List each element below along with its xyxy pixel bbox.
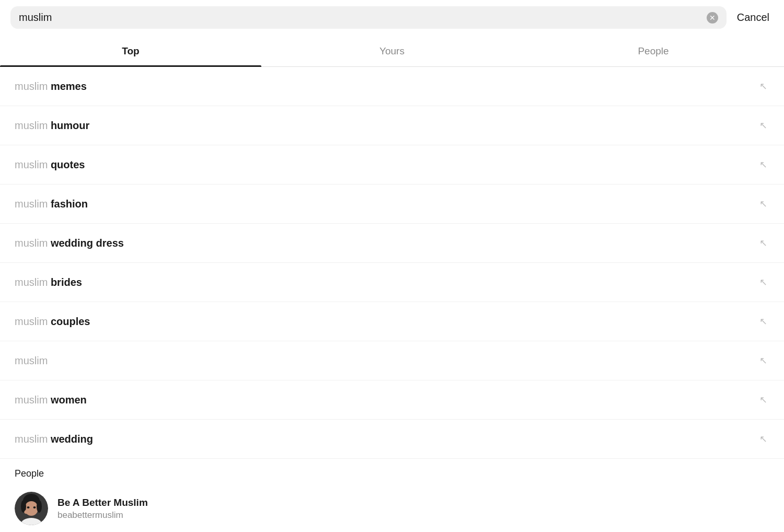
result-text: muslim brides [15,276,82,288]
result-arrow-icon[interactable]: ↖ [757,235,769,251]
result-arrow-icon[interactable]: ↖ [757,274,769,290]
list-item[interactable]: muslim humour ↖ [0,106,784,145]
result-arrow-icon[interactable]: ↖ [757,353,769,368]
result-text: muslim couples [15,316,90,328]
result-arrow-icon[interactable]: ↖ [757,78,769,94]
clear-icon: ✕ [709,14,716,22]
clear-search-button[interactable]: ✕ [707,12,718,24]
result-text: muslim [15,355,48,367]
tab-people[interactable]: People [523,35,784,66]
result-arrow-icon[interactable]: ↖ [757,392,769,408]
result-arrow-icon[interactable]: ↖ [757,196,769,212]
list-item[interactable]: muslim wedding dress ↖ [0,224,784,263]
list-item[interactable]: muslim ↖ [0,341,784,380]
person-name: Be A Better Muslim [57,497,148,508]
avatar-image [15,492,48,525]
result-text: muslim fashion [15,198,88,210]
result-text: muslim women [15,394,87,406]
result-arrow-icon[interactable]: ↖ [757,118,769,133]
cancel-button[interactable]: Cancel [733,9,774,26]
search-bar: ✕ Cancel [0,0,784,35]
search-results-list: muslim memes ↖ muslim humour ↖ muslim qu… [0,67,784,459]
avatar [15,492,48,525]
search-input[interactable] [19,11,702,24]
result-text: muslim memes [15,80,87,92]
result-text: muslim wedding [15,433,93,445]
person-handle: beabettermuslim [57,510,148,521]
tab-yours[interactable]: Yours [261,35,523,66]
list-item[interactable]: muslim wedding ↖ [0,420,784,459]
person-info: Be A Better Muslim beabettermuslim [57,497,148,521]
search-input-wrapper: ✕ [10,6,727,29]
list-item[interactable]: muslim brides ↖ [0,263,784,302]
result-text: muslim wedding dress [15,237,124,249]
svg-point-4 [37,500,42,513]
list-item[interactable]: muslim memes ↖ [0,67,784,106]
list-item[interactable]: muslim women ↖ [0,380,784,420]
svg-point-7 [33,506,36,508]
result-arrow-icon[interactable]: ↖ [757,314,769,329]
tab-top[interactable]: Top [0,35,261,66]
list-item[interactable]: muslim quotes ↖ [0,145,784,184]
result-text: muslim humour [15,120,89,132]
svg-point-6 [27,506,30,508]
result-arrow-icon[interactable]: ↖ [757,431,769,447]
people-section-header: People [0,459,784,484]
list-item[interactable]: muslim fashion ↖ [0,184,784,224]
result-arrow-icon[interactable]: ↖ [757,157,769,172]
tabs-container: Top Yours People [0,35,784,67]
result-text: muslim quotes [15,159,85,171]
person-item[interactable]: Be A Better Muslim beabettermuslim [0,484,784,532]
list-item[interactable]: muslim couples ↖ [0,302,784,341]
